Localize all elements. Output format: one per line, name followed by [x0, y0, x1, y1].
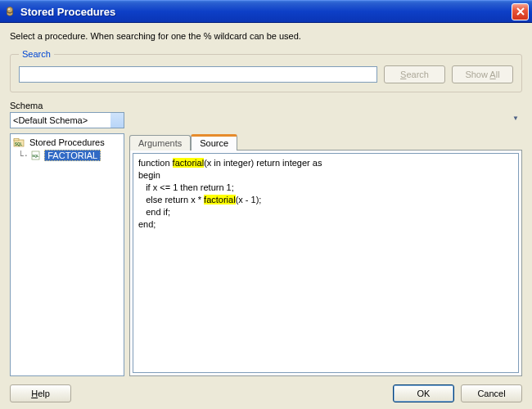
search-group: Search Search Show All — [10, 49, 522, 92]
schema-select[interactable]: <Default Schema> — [10, 112, 124, 128]
titlebar: Stored Procedures — [0, 0, 532, 23]
search-button[interactable]: Search — [384, 65, 445, 83]
tab-source[interactable]: Source — [191, 134, 237, 151]
dialog-content: Select a procedure. When searching for o… — [0, 23, 532, 409]
procedure-sql-icon: SQL — [30, 150, 42, 161]
tree-line-icon: └· — [18, 151, 29, 161]
highlight: factorial — [204, 195, 236, 204]
svg-point-1 — [8, 8, 11, 10]
svg-text:SQL: SQL — [33, 154, 40, 158]
highlight: factorial — [173, 158, 205, 168]
show-all-button[interactable]: Show All — [452, 65, 513, 83]
folder-sql-icon: SQL — [13, 137, 25, 148]
svg-rect-3 — [14, 139, 19, 142]
tree-item-label: FACTORIAL — [44, 150, 101, 161]
svg-text:SQL: SQL — [15, 142, 23, 146]
tab-source-panel: function factorial(x in integer) return … — [129, 150, 522, 376]
tree-root-label: Stored Procedures — [29, 137, 105, 147]
window-title: Stored Procedures — [20, 6, 512, 18]
schema-label: Schema — [10, 101, 522, 110]
help-button[interactable]: Help — [10, 384, 71, 402]
tab-bar: Arguments Source — [129, 133, 522, 150]
tree-item[interactable]: └· SQL FACTORIAL — [18, 150, 121, 161]
search-input[interactable] — [19, 66, 377, 83]
cancel-button[interactable]: Cancel — [461, 384, 522, 402]
source-code-view[interactable]: function factorial(x in integer) return … — [133, 153, 519, 373]
tab-arguments[interactable]: Arguments — [129, 135, 191, 151]
ok-button[interactable]: OK — [393, 384, 454, 402]
dialog-button-bar: Help OK Cancel — [10, 384, 522, 402]
app-icon — [3, 5, 16, 18]
tree-root[interactable]: SQL Stored Procedures — [13, 137, 121, 148]
procedure-tree[interactable]: SQL Stored Procedures └· SQL FACTORIAL — [10, 133, 124, 376]
instruction-text: Select a procedure. When searching for o… — [10, 31, 522, 41]
search-legend: Search — [19, 49, 54, 59]
close-button[interactable] — [512, 3, 529, 20]
svg-point-0 — [7, 7, 13, 13]
